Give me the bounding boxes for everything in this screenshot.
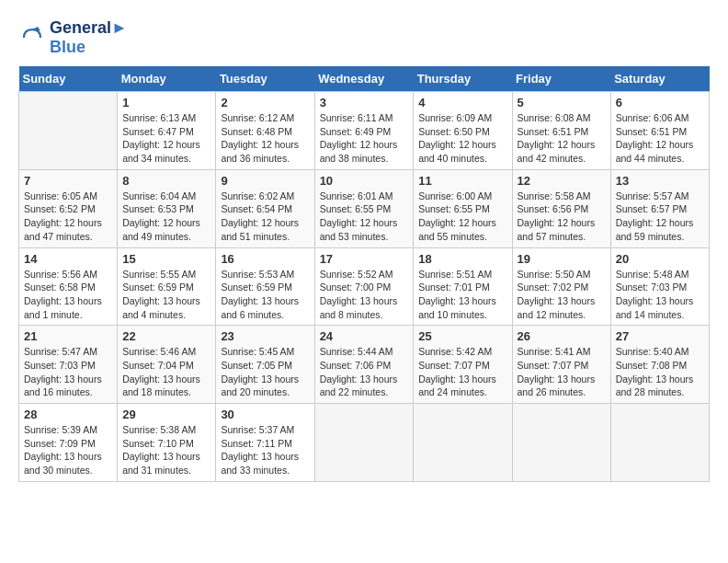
calendar-cell: 10Sunrise: 6:01 AMSunset: 6:55 PMDayligh… (314, 169, 414, 247)
calendar-cell: 28Sunrise: 5:39 AMSunset: 7:09 PMDayligh… (19, 404, 118, 482)
col-saturday: Saturday (610, 66, 709, 92)
col-wednesday: Wednesday (314, 66, 414, 92)
day-number: 25 (418, 329, 506, 343)
col-thursday: Thursday (414, 66, 512, 92)
day-number: 3 (320, 96, 409, 109)
day-detail: Sunrise: 5:46 AMSunset: 7:04 PMDaylight:… (122, 345, 210, 399)
day-number: 22 (122, 329, 210, 343)
day-number: 29 (122, 408, 210, 421)
day-detail: Sunrise: 5:40 AMSunset: 7:08 PMDaylight:… (616, 345, 704, 399)
calendar-header-row: Sunday Monday Tuesday Wednesday Thursday… (19, 66, 710, 92)
col-friday: Friday (512, 66, 610, 92)
calendar-cell: 26Sunrise: 5:41 AMSunset: 7:07 PMDayligh… (512, 326, 610, 404)
day-number: 28 (24, 408, 112, 421)
day-number: 11 (418, 174, 506, 188)
day-number: 8 (122, 174, 210, 188)
calendar-cell: 17Sunrise: 5:52 AMSunset: 7:00 PMDayligh… (314, 247, 414, 326)
calendar-cell: 30Sunrise: 5:37 AMSunset: 7:11 PMDayligh… (216, 404, 314, 482)
calendar-cell: 20Sunrise: 5:48 AMSunset: 7:03 PMDayligh… (610, 247, 709, 326)
day-detail: Sunrise: 5:57 AMSunset: 6:57 PMDaylight:… (616, 190, 704, 244)
calendar-cell: 9Sunrise: 6:02 AMSunset: 6:54 PMDaylight… (216, 169, 314, 247)
calendar-cell: 1Sunrise: 6:13 AMSunset: 6:47 PMDaylight… (118, 92, 216, 170)
day-number: 20 (616, 252, 704, 266)
calendar-cell (19, 92, 118, 170)
day-number: 9 (221, 174, 309, 188)
day-number: 16 (221, 252, 309, 266)
day-number: 26 (518, 329, 606, 343)
calendar-cell: 19Sunrise: 5:50 AMSunset: 7:02 PMDayligh… (512, 247, 610, 326)
calendar-cell: 22Sunrise: 5:46 AMSunset: 7:04 PMDayligh… (118, 326, 216, 404)
calendar-cell (512, 404, 610, 482)
logo-text: General► Blue (50, 18, 128, 57)
calendar-cell: 21Sunrise: 5:47 AMSunset: 7:03 PMDayligh… (19, 326, 118, 404)
day-detail: Sunrise: 6:01 AMSunset: 6:55 PMDaylight:… (320, 190, 409, 244)
col-monday: Monday (118, 66, 216, 92)
calendar-cell: 6Sunrise: 6:06 AMSunset: 6:51 PMDaylight… (610, 92, 709, 170)
day-number: 23 (221, 329, 309, 343)
calendar-cell: 15Sunrise: 5:55 AMSunset: 6:59 PMDayligh… (118, 247, 216, 326)
logo: General► Blue (18, 18, 128, 57)
day-detail: Sunrise: 6:13 AMSunset: 6:47 PMDaylight:… (122, 111, 210, 166)
day-number: 15 (122, 252, 210, 266)
calendar-week-row: 21Sunrise: 5:47 AMSunset: 7:03 PMDayligh… (19, 326, 710, 404)
day-detail: Sunrise: 6:05 AMSunset: 6:52 PMDaylight:… (24, 190, 112, 244)
calendar-cell: 8Sunrise: 6:04 AMSunset: 6:53 PMDaylight… (118, 169, 216, 247)
day-detail: Sunrise: 5:44 AMSunset: 7:06 PMDaylight:… (320, 345, 409, 399)
day-detail: Sunrise: 6:04 AMSunset: 6:53 PMDaylight:… (122, 190, 210, 244)
day-detail: Sunrise: 6:12 AMSunset: 6:48 PMDaylight:… (221, 111, 309, 166)
calendar-cell: 16Sunrise: 5:53 AMSunset: 6:59 PMDayligh… (216, 247, 314, 326)
page-header: General► Blue (18, 18, 710, 57)
day-detail: Sunrise: 5:39 AMSunset: 7:09 PMDaylight:… (24, 423, 112, 477)
day-detail: Sunrise: 6:08 AMSunset: 6:51 PMDaylight:… (518, 111, 606, 166)
calendar-cell (314, 404, 414, 482)
day-number: 14 (24, 252, 112, 266)
day-number: 24 (320, 329, 409, 343)
calendar-cell: 11Sunrise: 6:00 AMSunset: 6:55 PMDayligh… (414, 169, 512, 247)
calendar-cell: 27Sunrise: 5:40 AMSunset: 7:08 PMDayligh… (610, 326, 709, 404)
day-detail: Sunrise: 6:09 AMSunset: 6:50 PMDaylight:… (418, 111, 506, 166)
day-detail: Sunrise: 6:02 AMSunset: 6:54 PMDaylight:… (221, 190, 309, 244)
day-detail: Sunrise: 6:00 AMSunset: 6:55 PMDaylight:… (418, 190, 506, 244)
calendar-cell: 5Sunrise: 6:08 AMSunset: 6:51 PMDaylight… (512, 92, 610, 170)
day-number: 21 (24, 329, 112, 343)
day-number: 1 (122, 96, 210, 109)
day-number: 5 (518, 96, 606, 109)
calendar-cell: 4Sunrise: 6:09 AMSunset: 6:50 PMDaylight… (414, 92, 512, 170)
day-detail: Sunrise: 5:47 AMSunset: 7:03 PMDaylight:… (24, 345, 112, 399)
calendar-cell: 24Sunrise: 5:44 AMSunset: 7:06 PMDayligh… (314, 326, 414, 404)
col-tuesday: Tuesday (216, 66, 314, 92)
calendar-week-row: 14Sunrise: 5:56 AMSunset: 6:58 PMDayligh… (19, 247, 710, 326)
day-detail: Sunrise: 5:37 AMSunset: 7:11 PMDaylight:… (221, 423, 309, 477)
calendar-cell: 2Sunrise: 6:12 AMSunset: 6:48 PMDaylight… (216, 92, 314, 170)
day-number: 27 (616, 329, 704, 343)
day-detail: Sunrise: 6:11 AMSunset: 6:49 PMDaylight:… (320, 111, 409, 166)
calendar-cell (610, 404, 709, 482)
day-detail: Sunrise: 5:52 AMSunset: 7:00 PMDaylight:… (320, 268, 409, 322)
day-detail: Sunrise: 5:55 AMSunset: 6:59 PMDaylight:… (122, 268, 210, 322)
calendar-cell: 18Sunrise: 5:51 AMSunset: 7:01 PMDayligh… (414, 247, 512, 326)
day-number: 30 (221, 408, 309, 421)
day-detail: Sunrise: 6:06 AMSunset: 6:51 PMDaylight:… (616, 111, 704, 166)
calendar-cell: 3Sunrise: 6:11 AMSunset: 6:49 PMDaylight… (314, 92, 414, 170)
day-number: 7 (24, 174, 112, 188)
day-detail: Sunrise: 5:41 AMSunset: 7:07 PMDaylight:… (518, 345, 606, 399)
calendar-cell: 7Sunrise: 6:05 AMSunset: 6:52 PMDaylight… (19, 169, 118, 247)
calendar-cell: 25Sunrise: 5:42 AMSunset: 7:07 PMDayligh… (414, 326, 512, 404)
day-detail: Sunrise: 5:42 AMSunset: 7:07 PMDaylight:… (418, 345, 506, 399)
calendar-cell: 13Sunrise: 5:57 AMSunset: 6:57 PMDayligh… (610, 169, 709, 247)
calendar-week-row: 1Sunrise: 6:13 AMSunset: 6:47 PMDaylight… (19, 92, 710, 170)
calendar-cell: 12Sunrise: 5:58 AMSunset: 6:56 PMDayligh… (512, 169, 610, 247)
day-detail: Sunrise: 5:56 AMSunset: 6:58 PMDaylight:… (24, 268, 112, 322)
day-detail: Sunrise: 5:45 AMSunset: 7:05 PMDaylight:… (221, 345, 309, 399)
calendar-cell: 14Sunrise: 5:56 AMSunset: 6:58 PMDayligh… (19, 247, 118, 326)
day-detail: Sunrise: 5:50 AMSunset: 7:02 PMDaylight:… (518, 268, 606, 322)
day-detail: Sunrise: 5:51 AMSunset: 7:01 PMDaylight:… (418, 268, 506, 322)
day-number: 13 (616, 174, 704, 188)
day-number: 19 (518, 252, 606, 266)
calendar-week-row: 7Sunrise: 6:05 AMSunset: 6:52 PMDaylight… (19, 169, 710, 247)
day-number: 12 (518, 174, 606, 188)
calendar-cell (414, 404, 512, 482)
day-number: 4 (418, 96, 506, 109)
day-number: 6 (616, 96, 704, 109)
col-sunday: Sunday (19, 66, 118, 92)
